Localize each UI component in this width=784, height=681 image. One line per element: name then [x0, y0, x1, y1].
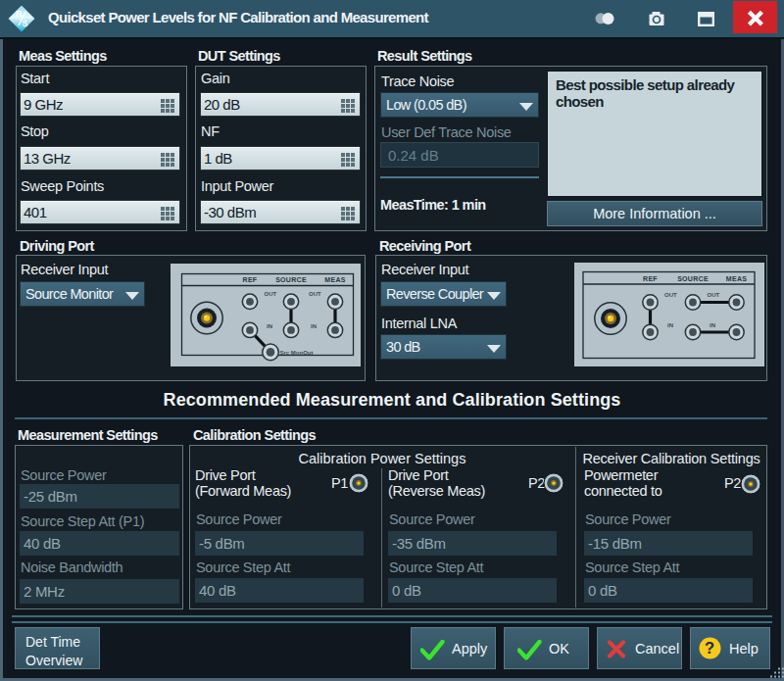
- svg-text:OUT: OUT: [265, 291, 277, 297]
- svg-text:R: R: [16, 9, 23, 19]
- svg-text:Src MonOut: Src MonOut: [280, 350, 314, 356]
- svg-text:SOURCE: SOURCE: [275, 276, 307, 283]
- svg-text:IN: IN: [311, 323, 317, 329]
- svg-text:MEAS: MEAS: [324, 276, 345, 283]
- svg-text:OUT: OUT: [309, 291, 321, 297]
- svg-text:OUT: OUT: [708, 292, 720, 298]
- svg-text:OUT: OUT: [664, 292, 677, 298]
- svg-text:MEAS: MEAS: [726, 275, 747, 282]
- svg-text:S: S: [23, 19, 28, 28]
- svg-text:REF: REF: [243, 276, 258, 283]
- svg-text:IN: IN: [710, 322, 715, 328]
- svg-text:IN: IN: [267, 323, 272, 329]
- svg-text:REF: REF: [643, 275, 658, 282]
- svg-text:IN: IN: [667, 322, 673, 328]
- svg-text:SOURCE: SOURCE: [677, 275, 709, 282]
- svg-text:?: ?: [705, 639, 714, 657]
